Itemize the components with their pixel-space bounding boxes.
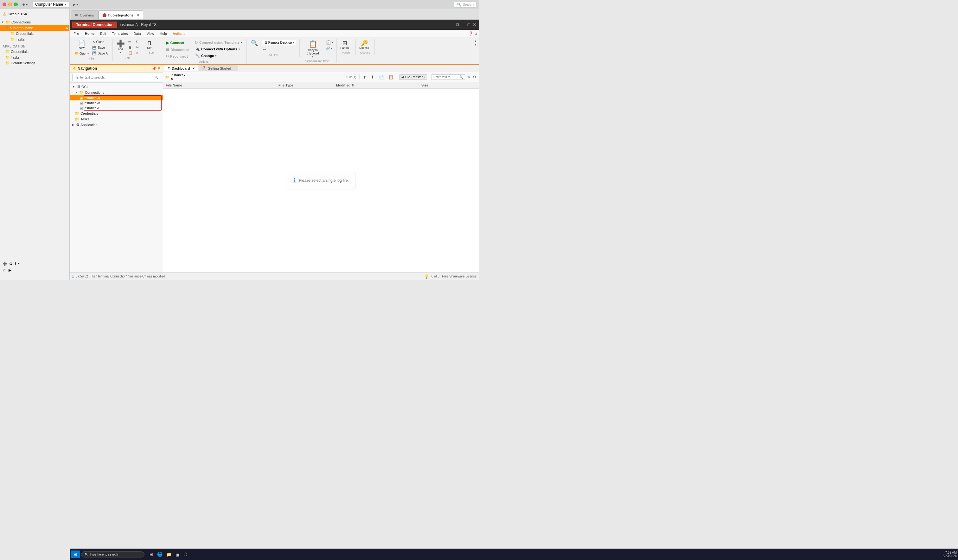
sidebar-app-credentials[interactable]: 📁 Credentials bbox=[0, 49, 69, 54]
delete-icon: 🗑 bbox=[128, 46, 132, 49]
tasks-label: Tasks bbox=[16, 37, 25, 41]
ribbon-btn-clipboard-extra[interactable]: 📋 ▾ bbox=[324, 39, 335, 46]
sidebar-item-credentials[interactable]: 📁 Credentials bbox=[0, 31, 69, 36]
ribbon-btn-connect-options[interactable]: 🔌 Connect with Options ▾ bbox=[193, 46, 244, 52]
play-btn[interactable]: ▶ ▾ bbox=[73, 3, 78, 6]
info-icon-bottom[interactable]: ℹ bbox=[14, 262, 16, 266]
more-icon[interactable]: ▾ bbox=[18, 262, 20, 266]
nav-close-icon[interactable]: ✕ bbox=[157, 67, 160, 71]
tree-item-application[interactable]: ▶ ⚙ Application bbox=[70, 122, 163, 128]
remote-desktop-dropdown[interactable]: 🖥 Remote Desktop ▾ bbox=[262, 40, 296, 45]
menu-view[interactable]: View bbox=[144, 31, 157, 36]
toolbar-btn-upload[interactable]: ⬆ bbox=[362, 74, 368, 80]
tree-item-instance-a[interactable]: ▣ instance-A bbox=[70, 95, 163, 100]
menu-actions[interactable]: Actions bbox=[170, 31, 188, 36]
sidebar-section-connections[interactable]: ▼ 📁 Connections bbox=[0, 19, 69, 25]
file-tab-getting-started[interactable]: ❓ Getting Started | bbox=[198, 65, 237, 71]
maximize-btn[interactable] bbox=[14, 3, 18, 6]
ribbon-btn-close[interactable]: ✕ Close bbox=[91, 39, 110, 44]
ribbon-btn-copy-clipboard[interactable]: 📋 Copy to Clipboard ▾ bbox=[301, 39, 324, 59]
eject-icon[interactable]: ⏏ bbox=[65, 26, 68, 30]
sidebar-default-settings[interactable]: 📁 Default Settings bbox=[0, 60, 69, 66]
ribbon-btn-connect-template[interactable]: ▷ Connect using Template ▾ bbox=[193, 39, 244, 46]
settings-panel-icon[interactable]: ⚙ bbox=[472, 74, 477, 80]
close-btn[interactable] bbox=[3, 3, 6, 6]
menu-data[interactable]: Data bbox=[131, 31, 143, 36]
play-icon-bottom[interactable]: ▶ bbox=[8, 268, 11, 273]
menu-help[interactable]: Help bbox=[157, 31, 170, 36]
tab-overview[interactable]: ⊞ Overview bbox=[71, 10, 98, 19]
toolbar-btn-download[interactable]: ⬇ bbox=[370, 74, 376, 80]
nav-icon[interactable]: ⊕ ▾ bbox=[22, 3, 28, 6]
ribbon-btn-open[interactable]: 📂 Open ▾ bbox=[73, 51, 90, 56]
ribbon-btn-change[interactable]: 🔧 Change ▾ bbox=[193, 52, 244, 59]
restore-icon[interactable]: ⧉ bbox=[456, 22, 459, 27]
ribbon-down-arrow[interactable]: ▼ bbox=[474, 43, 477, 46]
tab-close-btn[interactable]: ✕ bbox=[136, 13, 139, 17]
app-tasks-label: Tasks bbox=[11, 56, 20, 59]
computer-name-dropdown[interactable]: Computer Name ▼ bbox=[32, 1, 70, 8]
file-table-header: File Name File Type Modified ⇅ Size bbox=[163, 82, 479, 89]
tab-hub-step-stone[interactable]: ✕ hub-step-stone ✕ bbox=[98, 10, 143, 19]
main-area: ⊞ Overview ✕ hub-step-stone ✕ Terminal C… bbox=[70, 9, 479, 280]
sidebar-item-hub-step-stone[interactable]: 🖥 hub-step-stone ⏏ bbox=[0, 25, 69, 31]
maximize-window-icon[interactable]: □ bbox=[468, 22, 470, 27]
nav-search-input[interactable] bbox=[75, 75, 154, 80]
tree-item-instance-b[interactable]: ▣ instance-B bbox=[70, 100, 163, 105]
settings-icon-bottom[interactable]: ⚙ bbox=[9, 262, 13, 266]
ribbon-btn-disconnect[interactable]: ⏹ Disconnect bbox=[163, 46, 192, 53]
enter-text-search[interactable]: 🔍 bbox=[431, 75, 465, 80]
tree-item-connections[interactable]: ▼ 📁 Connections bbox=[70, 90, 163, 95]
ribbon-btn-new[interactable]: 📄 New bbox=[73, 39, 90, 50]
top-search-box[interactable]: 🔍 Search bbox=[454, 2, 476, 8]
pin-icon[interactable]: 📌 bbox=[152, 67, 156, 71]
file-tab-dashboard[interactable]: ⊙ Dashboard ✕ bbox=[164, 65, 198, 71]
ribbon-up-arrow[interactable]: ▲ bbox=[474, 39, 477, 43]
ribbon-btn-cut[interactable]: ✂ bbox=[135, 44, 140, 50]
ribbon-btn-edit-pen[interactable]: ✏ bbox=[127, 39, 134, 44]
sidebar-item-tasks[interactable]: 📁 Tasks bbox=[0, 36, 69, 42]
tree-item-instance-c[interactable]: ▣ instance-C bbox=[70, 105, 163, 111]
tree-item-oci[interactable]: ▼ 🖥 OCI bbox=[70, 84, 163, 90]
ribbon-btn-save[interactable]: 💾 Save bbox=[91, 45, 110, 50]
ribbon-btn-search[interactable]: 🔍 bbox=[249, 39, 260, 47]
menu-file[interactable]: File bbox=[71, 31, 82, 36]
tab-close-icon[interactable]: ✕ bbox=[103, 13, 106, 17]
ribbon-btn-license[interactable]: 🔑 License bbox=[358, 39, 371, 50]
ribbon-collapse-icon[interactable]: ▲ bbox=[474, 32, 478, 35]
tree-item-credentials[interactable]: 📁 Credentials bbox=[70, 111, 163, 116]
close-window-icon[interactable]: ✕ bbox=[473, 22, 476, 27]
ribbon-btn-pencil[interactable]: ✏ bbox=[262, 47, 296, 52]
toolbar-btn-log[interactable]: 📋 bbox=[387, 74, 395, 80]
sidebar-app-tasks[interactable]: 📁 Tasks bbox=[0, 54, 69, 60]
menu-templates[interactable]: Templates bbox=[109, 31, 130, 36]
tree-item-tasks[interactable]: 📁 Tasks bbox=[70, 116, 163, 122]
rts-header: Terminal Connection instance-A - Royal T… bbox=[70, 20, 479, 30]
menu-edit[interactable]: Edit bbox=[98, 31, 109, 36]
nav-search-area: 🔍 bbox=[70, 73, 163, 82]
ribbon-btn-paste[interactable]: 📋 bbox=[127, 50, 134, 56]
star-icon[interactable]: ☆ bbox=[3, 268, 6, 273]
ribbon-btn-save-all[interactable]: 💾 Save All bbox=[91, 51, 110, 56]
sort-modified-icon[interactable]: ⇅ bbox=[351, 84, 354, 87]
ribbon-btn-panels[interactable]: ⊞ Panels bbox=[339, 39, 351, 50]
ribbon-btn-connect[interactable]: ▶ Connect bbox=[163, 39, 192, 46]
menu-home[interactable]: Home bbox=[82, 31, 97, 36]
ribbon-btn-copy[interactable]: ⎘ bbox=[135, 39, 140, 44]
ribbon-btn-add[interactable]: ➕ Add ▾ bbox=[115, 39, 126, 55]
refresh-icon[interactable]: ↻ bbox=[467, 74, 471, 80]
toolbar-btn-doc[interactable]: 📄 bbox=[377, 74, 385, 80]
ribbon-btn-sort[interactable]: ⇅ Sort bbox=[144, 39, 155, 50]
minimize-window-icon[interactable]: ─ bbox=[462, 22, 465, 27]
ribbon-btn-delete[interactable]: 🗑 bbox=[127, 45, 134, 50]
ribbon-btn-link[interactable]: 🔗 ▾ bbox=[324, 46, 335, 51]
file-transfer-btn[interactable]: ⇄ File Transfer ▾ bbox=[399, 75, 427, 80]
add-icon[interactable]: ➕ bbox=[3, 262, 7, 266]
nav-search-input-wrapper[interactable]: 🔍 bbox=[72, 74, 160, 81]
enter-text-input[interactable] bbox=[433, 75, 459, 79]
ribbon-btn-reconnect[interactable]: ↻ Reconnect bbox=[163, 53, 192, 60]
help-icon[interactable]: ❓ bbox=[468, 31, 473, 36]
minimize-btn[interactable] bbox=[8, 3, 12, 6]
ribbon-btn-x[interactable]: ✕ bbox=[135, 50, 140, 56]
dashboard-close-icon[interactable]: ✕ bbox=[192, 67, 195, 70]
